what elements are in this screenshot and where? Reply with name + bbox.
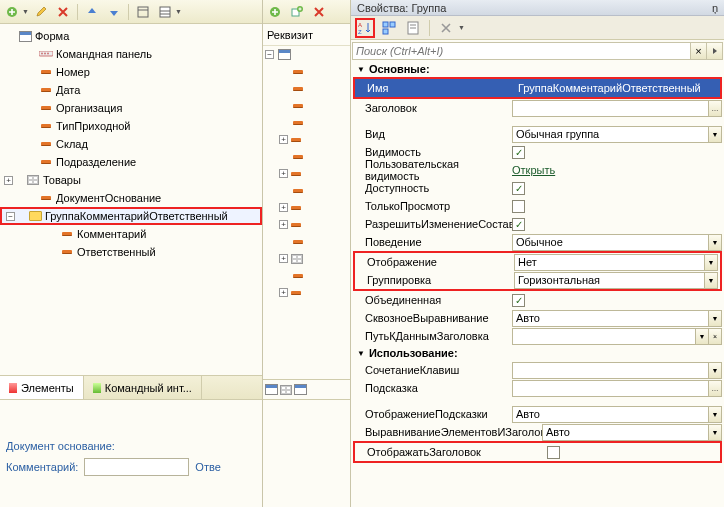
list-item[interactable]: + [263,165,350,182]
list-item[interactable]: + [263,199,350,216]
mid-toolbar [263,0,350,24]
tree-item[interactable]: Склад [0,135,262,153]
form-icon[interactable] [294,384,307,395]
checkbox[interactable]: ✓ [512,182,525,195]
comment-input[interactable] [84,458,189,476]
prop-title-path[interactable]: ПутьКДаннымЗаголовка ▼× [351,327,724,345]
svg-point-9 [47,53,49,55]
search-input[interactable] [352,42,691,60]
add-sub-icon[interactable] [287,2,307,22]
down-icon[interactable] [104,2,124,22]
tree-item[interactable]: Дата [0,81,262,99]
prop-behavior[interactable]: Поведение Обычное▼ [351,233,724,251]
prop-readonly[interactable]: ТолькоПросмотр [351,197,724,215]
prop-access[interactable]: Доступность ✓ [351,179,724,197]
section-usage[interactable]: ▼Использование: [351,345,724,361]
mid-header: Реквизит [263,24,350,46]
prop-allow-change[interactable]: РазрешитьИзменениеСостава ✓ [351,215,724,233]
list-item[interactable]: + [263,284,350,301]
list-item[interactable] [263,233,350,250]
select-icon[interactable] [403,18,423,38]
svg-rect-1 [138,7,148,17]
tree-item[interactable]: ТипПриходной [0,117,262,135]
checkbox[interactable] [547,446,560,459]
form-tree: Форма Командная панель Номер Дата Органи… [0,24,262,375]
list-item[interactable] [263,97,350,114]
delete-icon[interactable] [53,2,73,22]
prop-hint-display[interactable]: ОтображениеПодсказки Авто▼ [351,405,724,423]
field-icon [62,232,72,236]
checkbox[interactable]: ✓ [512,294,525,307]
list-icon[interactable] [155,2,175,22]
list-item[interactable] [263,114,350,131]
open-link[interactable]: Открыть [512,164,555,176]
prop-hotkey[interactable]: СочетаниеКлавиш ▼ [351,361,724,379]
tree-item[interactable]: Ответственный [0,243,262,261]
name-value[interactable]: ГруппаКомментарийОтветственный [514,80,718,97]
table-icon [27,175,39,185]
prop-name[interactable]: Имя ГруппаКомментарийОтветственный [355,79,720,97]
tree-item[interactable]: ДокументОснование [0,189,262,207]
list-item[interactable]: + [263,216,350,233]
search-next-icon[interactable] [707,42,723,60]
categorize-icon[interactable] [379,18,399,38]
checkbox[interactable]: ✓ [512,218,525,231]
add-icon[interactable] [265,2,285,22]
table-icon[interactable] [280,385,292,395]
tree-item-selected[interactable]: −ГруппаКомментарийОтветственный [0,207,262,225]
tab-commands[interactable]: Командный инт... [84,376,202,399]
dropdown-icon[interactable]: ▼ [175,8,182,15]
dropdown-icon[interactable]: ▼ [22,8,29,15]
list-item[interactable]: − [263,46,350,63]
prop-title[interactable]: Заголовок … [351,99,724,117]
tab-elements[interactable]: Элементы [0,376,84,399]
list-item[interactable] [263,148,350,165]
prop-display[interactable]: Отображение Нет▼ [355,253,720,271]
list-item[interactable] [263,182,350,199]
tree-item[interactable]: Организация [0,99,262,117]
tree-item[interactable]: Номер [0,63,262,81]
edit-icon[interactable] [31,2,51,22]
checkbox[interactable]: ✓ [512,146,525,159]
prop-user-visibility[interactable]: Пользовательская видимость Открыть [351,161,724,179]
prop-hint[interactable]: Подсказка … [351,379,724,397]
dropdown-button[interactable]: ▼ [708,126,722,143]
up-icon[interactable] [82,2,102,22]
form-icon[interactable] [265,384,278,395]
section-main[interactable]: ▼Основные: [351,61,724,77]
props-icon[interactable] [133,2,153,22]
clear-icon[interactable] [436,18,456,38]
tree-item[interactable]: +Товары [0,171,262,189]
prop-united[interactable]: Объединенная ✓ [351,291,724,309]
tree-root[interactable]: Форма [0,27,262,45]
doc-basis-label: Документ основание: [6,440,115,452]
search-clear-icon[interactable]: × [691,42,707,60]
prop-show-title[interactable]: ОтображатьЗаголовок [355,443,720,461]
expander-icon[interactable]: + [4,176,13,185]
delete-icon[interactable] [309,2,329,22]
field-icon [41,124,51,128]
list-item[interactable] [263,63,350,80]
field-icon [41,88,51,92]
checkbox[interactable] [512,200,525,213]
sort-icon[interactable]: AZ [355,18,375,38]
prop-grouping[interactable]: Группировка Горизонтальная▼ [355,271,720,289]
form-preview: Документ основание: Комментарий: Отве [0,399,262,507]
list-item[interactable] [263,80,350,97]
more-button[interactable]: … [708,100,722,117]
pin-icon[interactable]: ņ [712,2,718,14]
list-item[interactable] [263,267,350,284]
prop-align-elements[interactable]: ВыравниваниеЭлементовИЗаголовко Авто▼ [351,423,724,441]
svg-text:Z: Z [358,29,362,35]
add-icon[interactable] [2,2,22,22]
tree-item[interactable]: Подразделение [0,153,262,171]
list-item[interactable]: + [263,250,350,267]
properties-toolbar: AZ ▼ [351,16,724,40]
prop-through-align[interactable]: СквозноеВыравнивание Авто▼ [351,309,724,327]
list-item[interactable]: + [263,131,350,148]
prop-kind[interactable]: Вид Обычная группа▼ [351,125,724,143]
expander-icon[interactable]: − [6,212,15,221]
tree-item[interactable]: Командная панель [0,45,262,63]
title-input[interactable] [512,100,709,117]
tree-item[interactable]: Комментарий [0,225,262,243]
